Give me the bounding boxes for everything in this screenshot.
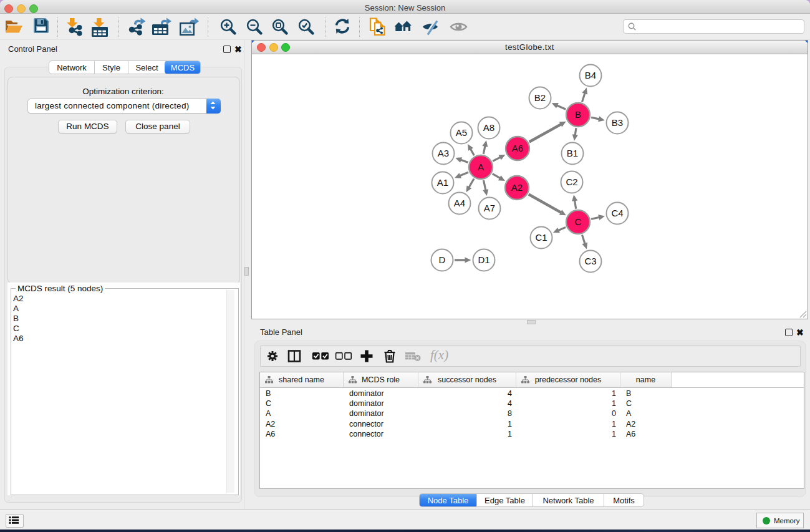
svg-text:A3: A3 [438,148,449,158]
svg-text:A6: A6 [512,143,523,153]
svg-text:A7: A7 [484,203,495,213]
svg-text:A1: A1 [437,177,448,188]
svg-text:D1: D1 [478,254,489,265]
svg-text:C4: C4 [611,208,623,218]
svg-text:B1: B1 [567,148,578,158]
svg-text:C1: C1 [535,232,547,243]
svg-text:C: C [575,216,582,227]
svg-text:D: D [439,254,446,265]
svg-text:C2: C2 [566,177,577,187]
svg-text:B: B [575,109,581,120]
svg-text:A2: A2 [511,182,523,193]
svg-text:A5: A5 [456,127,467,138]
svg-text:B3: B3 [612,117,623,128]
svg-text:A4: A4 [454,198,465,208]
svg-text:C3: C3 [584,256,596,266]
svg-text:A8: A8 [483,122,494,133]
svg-text:B2: B2 [534,92,546,103]
svg-text:A: A [478,162,484,172]
svg-text:B4: B4 [585,70,596,80]
